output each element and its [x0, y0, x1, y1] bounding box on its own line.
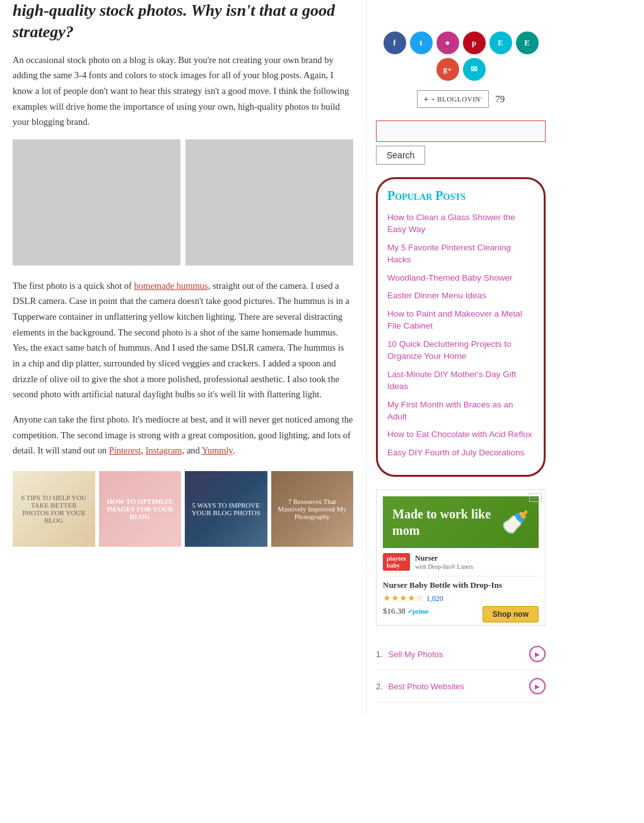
related-link[interactable]: Sell My Photos — [389, 650, 443, 659]
popular-post-item: How to Eat Chocolate with Acid Reflux — [387, 429, 534, 441]
popular-post-item: Last-Minute DIY Mother's Day Gift Ideas — [387, 369, 534, 393]
popular-post-link[interactable]: How to Paint and Makeover a Metal File C… — [387, 309, 522, 330]
search-input[interactable] — [376, 120, 546, 142]
bottom-image-4: 7 Resources That Massively Improved My P… — [271, 471, 354, 547]
ad-price-row: $16.38 ✓prime Shop now — [383, 606, 539, 616]
ad-stars: ★★★★☆ — [383, 593, 424, 603]
link-number: 2. — [376, 682, 383, 691]
search-button[interactable]: Search — [376, 146, 425, 165]
bottom-image-3: 5 WAYS TO IMPROVE YOUR BLOG PHOTOS — [185, 471, 267, 547]
popular-post-link[interactable]: Easter Dinner Menu Ideas — [387, 291, 486, 300]
nurser-sub: with Drop-Ins® Liners — [415, 563, 473, 570]
social-icons-row: f t ● p E E g+ ✉ — [376, 32, 546, 81]
related-links-list: 1. Sell My Photos ▶ 2. Best Photo Websit… — [376, 638, 546, 703]
popular-post-link[interactable]: Easy DIY Fourth of July Decorations — [387, 448, 524, 457]
bloglovin-label: + BLOGLOVIN' — [431, 95, 482, 103]
popular-post-link[interactable]: How to Clean a Glass Shower the Easy Way — [387, 213, 515, 234]
related-link-item: 1. Sell My Photos ▶ — [376, 638, 546, 670]
yummly-link[interactable]: Yummly — [202, 445, 233, 455]
paragraph-1: An occasional stock photo on a blog is o… — [13, 52, 353, 130]
paragraph-2: The first photo is a quick shot of homem… — [13, 278, 353, 402]
related-link-item: 2. Best Photo Websites ▶ — [376, 670, 546, 703]
bloglovin-button[interactable]: + + BLOGLOVIN' — [417, 90, 489, 108]
popular-post-link[interactable]: Woodland-Themed Baby Shower — [387, 273, 513, 283]
prime-badge: ✓prime — [407, 608, 429, 615]
play-button[interactable]: ▶ — [529, 678, 546, 694]
bottom-image-2: HOW TO OPTIMIZE IMAGES FOR YOUR BLOG — [99, 471, 182, 547]
email2-icon[interactable]: E — [516, 32, 539, 54]
sidebar: f t ● p E E g+ ✉ + + BLOGLOVIN' 79 Searc… — [366, 0, 555, 715]
popular-posts-outline: Popular Posts How to Clean a Glass Showe… — [376, 177, 546, 477]
popular-post-link[interactable]: My First Month with Braces as an Adult — [387, 400, 513, 421]
link-number: 1. — [376, 650, 383, 659]
instagram-link[interactable]: Instagram — [146, 445, 182, 455]
hummus-image-right — [185, 139, 353, 266]
related-link-left: 2. Best Photo Websites — [376, 681, 464, 692]
bottle-icon: 🍼 — [501, 508, 529, 537]
search-box: Search — [376, 120, 546, 165]
ad-product-name: Nurser Baby Bottle with Drop-Ins — [383, 580, 539, 590]
bloglovin-count: 79 — [495, 94, 505, 105]
hummus-image-left — [13, 139, 180, 266]
facebook-icon[interactable]: f — [383, 32, 406, 54]
nurser-text: Nurser — [415, 554, 473, 563]
instagram-icon[interactable]: ● — [436, 32, 459, 54]
shop-now-button[interactable]: Shop now — [483, 606, 539, 622]
hummus-link[interactable]: homemade hummus — [134, 281, 208, 291]
play-button[interactable]: ▶ — [529, 646, 546, 662]
popular-post-link[interactable]: My 5 Favorite Pinterest Cleaning Hacks — [387, 243, 511, 264]
paragraph-3: Anyone can take the first photo. It's me… — [13, 412, 353, 458]
hummus-images — [13, 139, 353, 266]
popular-posts-section: Popular Posts How to Clean a Glass Showe… — [376, 177, 546, 477]
related-link[interactable]: Best Photo Websites — [389, 682, 464, 691]
ad-banner: Made to work like mom 🍼 — [383, 496, 539, 548]
ad-banner-text: Made to work like mom — [392, 506, 495, 539]
ad-badge: ads — [529, 493, 542, 502]
popular-posts-title: Popular Posts — [387, 189, 534, 203]
ad-rating-row: ★★★★☆ 1,020 — [383, 593, 539, 604]
ad-box: ads Made to work like mom 🍼 playtexbaby … — [376, 489, 546, 626]
popular-post-item: 10 Quick Decluttering Projects to Organi… — [387, 339, 534, 363]
googleplus-icon[interactable]: g+ — [436, 58, 459, 81]
bloglovin-plus: + — [424, 94, 428, 104]
ad-review-count: 1,020 — [426, 594, 443, 603]
nurser-info: Nurser with Drop-Ins® Liners — [415, 554, 473, 570]
twitter-icon[interactable]: t — [410, 32, 433, 54]
popular-post-item: My 5 Favorite Pinterest Cleaning Hacks — [387, 242, 534, 266]
popular-post-item: Easy DIY Fourth of July Decorations — [387, 447, 534, 459]
ad-price: $16.38 — [383, 606, 406, 616]
email3-icon[interactable]: ✉ — [463, 58, 486, 81]
bottom-image-1: 6 TIPS TO HELP YOU TAKE BETTER PHOTOS FO… — [13, 471, 95, 547]
popular-post-item: Easter Dinner Menu Ideas — [387, 290, 534, 302]
ad-brand: playtexbaby Nurser with Drop-Ins® Liners — [383, 548, 539, 576]
pinterest-icon[interactable]: p — [463, 32, 486, 54]
sidebar-logo — [376, 0, 546, 25]
popular-post-item: How to Clean a Glass Shower the Easy Way — [387, 212, 534, 236]
popular-post-item: How to Paint and Makeover a Metal File C… — [387, 308, 534, 332]
email1-icon[interactable]: E — [489, 32, 512, 54]
bottom-images-row: 6 TIPS TO HELP YOU TAKE BETTER PHOTOS FO… — [13, 471, 353, 547]
main-content: high-quality stock photos. Why isn't tha… — [0, 0, 366, 715]
related-link-left: 1. Sell My Photos — [376, 649, 443, 660]
popular-post-link[interactable]: 10 Quick Decluttering Projects to Organi… — [387, 339, 512, 361]
playtex-badge: playtexbaby — [383, 553, 410, 571]
popular-post-link[interactable]: How to Eat Chocolate with Acid Reflux — [387, 429, 532, 439]
popular-post-item: My First Month with Braces as an Adult — [387, 399, 534, 423]
pinterest-link[interactable]: Pinterest — [109, 445, 141, 455]
popular-posts-list: How to Clean a Glass Shower the Easy Way… — [387, 212, 534, 459]
popular-post-item: Woodland-Themed Baby Shower — [387, 272, 534, 284]
bloglovin-row: + + BLOGLOVIN' 79 — [376, 90, 546, 108]
popular-post-link[interactable]: Last-Minute DIY Mother's Day Gift Ideas — [387, 370, 516, 391]
main-heading: high-quality stock photos. Why isn't tha… — [13, 0, 353, 43]
